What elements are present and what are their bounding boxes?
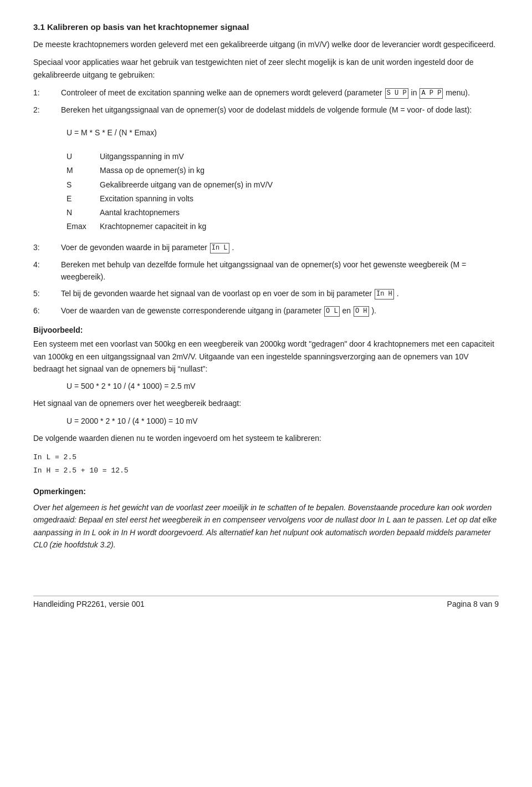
def-S: S Gekalibreerde uitgang van de opnemer(s…: [66, 178, 499, 192]
def-Emax-symbol: Emax: [66, 220, 100, 233]
def-E: E Excitation spanning in volts: [66, 192, 499, 206]
step-6-number: 6:: [33, 304, 61, 317]
def-U-symbol: U: [66, 150, 100, 164]
step-3-number: 3:: [33, 241, 61, 253]
step-3-content: Voer de gevonden waarde in bij parameter…: [61, 241, 499, 253]
def-Emax-text: Krachtopnemer capaciteit in kg: [100, 220, 499, 233]
step-6-en: en: [342, 306, 351, 315]
footer-right: Pagina 8 van 9: [447, 600, 499, 608]
def-E-text: Excitation spanning in volts: [100, 192, 499, 206]
example-para1: Een systeem met een voorlast van 500kg e…: [33, 338, 499, 375]
step-6-content: Voer de waarden van de gewenste correspo…: [61, 304, 499, 317]
step-5-content: Tel bij de gevonden waarde het signaal v…: [61, 287, 499, 299]
step-5-number: 5:: [33, 287, 61, 299]
definitions-table: U Uitgangsspanning in mV M Massa op de o…: [66, 150, 499, 233]
example-para3: De volgende waarden dienen nu te worden …: [33, 432, 499, 444]
step-2: 2: Bereken het uitgangssignaal van de op…: [33, 104, 499, 116]
def-M: M Massa op de opnemer(s) in kg: [66, 164, 499, 177]
step-5-text: Tel bij de gevonden waarde het signaal v…: [61, 289, 372, 298]
remarks-section: Opmerkingen: Over het algemeen is het ge…: [33, 487, 499, 551]
step-5-code: In H: [375, 289, 394, 299]
footer: Handleiding PR2261, versie 001 Pagina 8 …: [33, 596, 499, 608]
step-3-code: In L: [210, 243, 229, 253]
remarks-title: Opmerkingen:: [33, 487, 499, 496]
step-6-close: ).: [371, 306, 376, 315]
var-InL: In L = 2.5: [33, 451, 499, 464]
calc-formula-2: U = 2000 * 2 * 10 / (4 * 1000) = 10 mV: [66, 417, 499, 425]
main-formula-block: U = M * S * E / (N * Emax): [66, 126, 499, 140]
def-S-text: Gekalibreerde uitgang van de opnemer(s) …: [100, 178, 499, 192]
step-5-dot: .: [397, 289, 399, 298]
def-E-symbol: E: [66, 192, 100, 206]
step-1-code-sup: S U P: [385, 88, 408, 99]
step-6-text: Voer de waarden van de gewenste correspo…: [61, 306, 321, 315]
step-1: 1: Controleer of meet de excitation span…: [33, 87, 499, 99]
step-2-content: Bereken het uitgangssignaal van de opnem…: [61, 104, 499, 116]
step-1-content: Controleer of meet de excitation spannin…: [61, 87, 499, 99]
remarks-italic: Over het algemeen is het gewicht van de …: [33, 501, 499, 551]
step-6: 6: Voer de waarden van de gewenste corre…: [33, 304, 499, 317]
def-U: U Uitgangsspanning in mV: [66, 150, 499, 164]
def-M-symbol: M: [66, 164, 100, 177]
example-title: Bijvoorbeeld:: [33, 326, 499, 334]
step-5: 5: Tel bij de gevonden waarde het signaa…: [33, 287, 499, 299]
example-block: Bijvoorbeeld: Een systeem met een voorla…: [33, 326, 499, 477]
def-U-text: Uitgangsspanning in mV: [100, 150, 499, 164]
step-1-code-app: A P P: [420, 88, 443, 99]
step-1-text: Controleer of meet de excitation spannin…: [61, 88, 382, 97]
def-Emax: Emax Krachtopnemer capaciteit in kg: [66, 220, 499, 233]
main-formula: U = M * S * E / (N * Emax): [66, 126, 499, 140]
step-2-number: 2:: [33, 104, 61, 116]
intro-para1: De meeste krachtopnemers worden geleverd…: [33, 38, 499, 50]
vars-section: In L = 2.5 In H = 2.5 + 10 = 12.5: [33, 451, 499, 477]
page-content: 3.1 Kalibreren op basis van het krachtop…: [33, 22, 499, 608]
step-1-in: in: [411, 88, 417, 97]
step-3: 3: Voer de gevonden waarde in bij parame…: [33, 241, 499, 253]
def-N-text: Aantal krachtopnemers: [100, 206, 499, 220]
step-1-menu: menu).: [446, 88, 470, 97]
step-1-number: 1:: [33, 87, 61, 99]
step-4-number: 4:: [33, 258, 61, 283]
def-M-text: Massa op de opnemer(s) in kg: [100, 164, 499, 177]
step-4-content: Bereken met behulp van dezelfde formule …: [61, 258, 499, 283]
intro-para2: Speciaal voor applicaties waar het gebru…: [33, 56, 499, 81]
step-4: 4: Bereken met behulp van dezelfde formu…: [33, 258, 499, 283]
example-para2: Het signaal van de opnemers over het wee…: [33, 397, 499, 409]
footer-left: Handleiding PR2261, versie 001: [33, 600, 145, 608]
def-N-symbol: N: [66, 206, 100, 220]
step-3-dot: .: [232, 243, 234, 252]
calc-formula-1: U = 500 * 2 * 10 / (4 * 1000) = 2.5 mV: [66, 382, 499, 390]
def-N: N Aantal krachtopnemers: [66, 206, 499, 220]
def-S-symbol: S: [66, 178, 100, 192]
var-InH: In H = 2.5 + 10 = 12.5: [33, 464, 499, 477]
step-6-code1: O L: [324, 306, 340, 317]
step-3-text: Voer de gevonden waarde in bij parameter: [61, 243, 207, 252]
step-6-code2: O H: [354, 306, 369, 317]
section-heading: 3.1 Kalibreren op basis van het krachtop…: [33, 22, 499, 32]
